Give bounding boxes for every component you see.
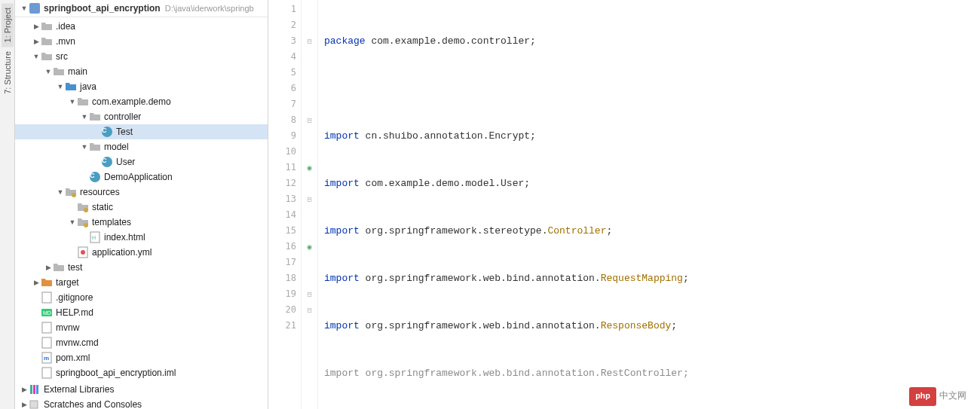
tree-row-controller[interactable]: ▼controller [15,109,268,124]
fold-icon[interactable]: ⊟ [302,112,317,128]
scratches-row[interactable]: ▶ Scratches and Consoles [15,397,268,409]
scratches-icon [29,398,41,409]
line-number: 18 [268,270,296,286]
tree-label: target [56,277,79,288]
tree-row-target[interactable]: ▶target [15,275,268,290]
fold-icon[interactable]: ⊟ [302,302,317,318]
project-tool-tab[interactable]: 1: Project [2,3,14,47]
folder-icon [53,261,65,273]
tree-row-resources[interactable]: ▼resources [15,185,268,200]
line-number: 11 [268,160,296,176]
tree-label: model [104,142,129,152]
gutter-blank [302,207,317,223]
git-icon [41,291,53,304]
external-libraries-row[interactable]: ▶ External Libraries [15,382,268,397]
tree-row-pom-xml[interactable]: mpom.xml [15,350,268,365]
tree-row--mvn[interactable]: ▶.mvn [15,34,268,49]
chevron-right-icon[interactable]: ▶ [32,279,41,286]
tree-row-java[interactable]: ▼java [15,79,268,94]
chevron-right-icon[interactable]: ▶ [44,264,53,271]
chevron-down-icon[interactable]: ▼ [68,98,77,105]
tree-row-test[interactable]: CTest [15,124,268,139]
chevron-down-icon[interactable]: ▼ [80,113,89,121]
tree-row-demoapplication[interactable]: CDemoApplication [15,169,268,185]
chevron-right-icon[interactable]: ▶ [32,38,41,45]
chevron-down-icon[interactable]: ▼ [44,68,53,75]
tree-row-index-html[interactable]: Hindex.html [15,230,268,245]
project-root-label: springboot_api_encryption [44,3,161,14]
tree-row-user[interactable]: CUser [15,154,268,169]
tree-label: .mvn [56,36,75,47]
tree-row-static[interactable]: static [15,200,268,215]
gutter-blank [302,270,317,286]
fold-icon[interactable]: ⊟ [302,33,317,49]
folder-icon [41,35,53,47]
line-number: 6 [268,81,296,96]
chevron-right-icon[interactable]: ▶ [32,23,41,30]
line-number: 19 [268,286,296,302]
gutter-blank [302,318,317,334]
structure-tool-tab[interactable]: 7: Structure [2,47,14,99]
tree-row-com-example-demo[interactable]: ▼com.example.demo [15,94,268,109]
tree-label: springboot_api_encryption.iml [56,368,176,378]
gutter-blank [302,81,317,96]
chevron-right-icon[interactable]: ▶ [20,401,29,408]
svg-text:H: H [92,235,96,240]
line-number: 20 [268,302,296,318]
chevron-down-icon[interactable]: ▼ [80,143,89,151]
line-number: 15 [268,223,296,239]
project-root-row[interactable]: ▼ springboot_api_encryption D:\java\ider… [15,0,268,17]
folder-icon [41,20,53,32]
folder-icon [53,66,65,78]
tree-row-src[interactable]: ▼src [15,49,268,64]
gutter-blank [302,176,317,191]
chevron-down-icon[interactable]: ▼ [56,83,65,90]
chevron-down-icon[interactable]: ▼ [32,53,41,60]
tree-row-springboot-api-encryption-iml[interactable]: springboot_api_encryption.iml [15,365,268,380]
chevron-down-icon[interactable]: ▼ [56,188,65,196]
tree-row-test[interactable]: ▶test [15,260,268,275]
gutter-blank [302,223,317,239]
svg-rect-16 [30,385,32,394]
chevron-right-icon[interactable]: ▶ [20,386,29,393]
tree-row-help-md[interactable]: MDHELP.md [15,305,268,320]
code-editor[interactable]: 123456789101112131415161718192021 ⊟ ⊟ ◉ … [268,0,980,409]
project-sidebar[interactable]: ▼ springboot_api_encryption D:\java\ider… [15,0,268,409]
svg-point-1 [72,193,76,197]
tree-row-mvnw[interactable]: mvnw [15,320,268,335]
tree-label: index.html [104,232,145,243]
tree-row--gitignore[interactable]: .gitignore [15,290,268,305]
code-area[interactable]: package com.example.demo.controller; imp… [318,0,980,409]
svg-text:m: m [44,355,49,362]
tree-row-model[interactable]: ▼model [15,139,268,154]
class-icon: C [101,156,113,168]
ide-window: 1: Project 7: Structure ▼ springboot_api… [0,0,980,409]
folder-res-icon [77,201,89,213]
run-gutter-icon[interactable]: ◉ [302,239,317,255]
folder-icon [41,50,53,63]
tree-row-main[interactable]: ▼main [15,64,268,79]
tree-row-mvnw-cmd[interactable]: mvnw.cmd [15,335,268,350]
tree-row--idea[interactable]: ▶.idea [15,19,268,34]
fold-icon[interactable]: ⊟ [302,191,317,207]
svg-rect-11 [42,322,51,333]
line-number: 2 [268,17,296,33]
tree-row-templates[interactable]: ▼templates [15,215,268,230]
tree-label: main [68,66,87,77]
tree-label: mvnw.cmd [56,337,99,348]
run-gutter-icon[interactable]: ◉ [302,160,317,176]
tree-label: .gitignore [56,292,93,303]
gutter-blank [302,255,317,270]
line-number: 5 [268,65,296,81]
folder-res-icon [77,216,89,228]
tree-label: controller [104,111,141,122]
tree-row-application-yml[interactable]: application.yml [15,245,268,260]
svg-point-2 [84,208,88,212]
class-run-icon: C [89,171,101,183]
chevron-down-icon[interactable]: ▼ [68,218,77,226]
folder-icon [89,141,101,153]
folder-icon [89,111,101,123]
fold-icon[interactable]: ⊟ [302,286,317,302]
gutter-blank [302,17,317,33]
chevron-down-icon[interactable]: ▼ [20,5,29,12]
